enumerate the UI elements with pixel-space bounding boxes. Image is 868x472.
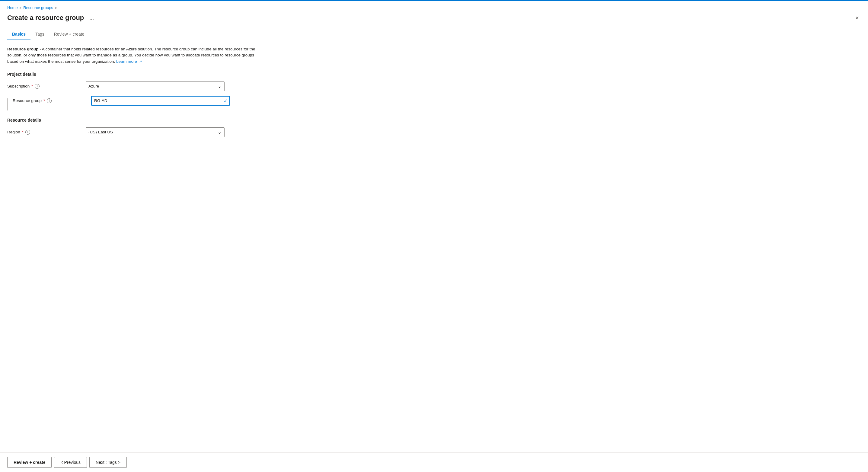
breadcrumb: Home > Resource groups > (0, 1, 868, 12)
breadcrumb-home[interactable]: Home (7, 5, 18, 10)
region-label: Region (7, 130, 20, 134)
project-details-title: Project details (7, 72, 265, 77)
subscription-input-area: Azure (86, 82, 224, 91)
resource-group-label: Resource group (13, 98, 42, 103)
page-title: Create a resource group (7, 14, 84, 22)
resource-group-required: * (43, 98, 45, 103)
resource-group-input[interactable] (91, 96, 230, 106)
ellipsis-button[interactable]: ... (88, 13, 96, 22)
region-field: Region * i (US) East US(US) West US(US) … (7, 127, 265, 137)
subscription-label-area: Subscription * i (7, 84, 86, 89)
footer: Review + create < Previous Next : Tags > (0, 452, 868, 472)
resource-group-input-wrapper: ✓ (91, 96, 230, 106)
region-required: * (22, 130, 24, 134)
region-label-area: Region * i (7, 130, 86, 135)
page-header: Create a resource group ... × (0, 12, 868, 29)
close-button[interactable]: × (854, 13, 861, 23)
project-details-section: Project details Subscription * i Azure R… (7, 72, 265, 111)
tab-tags[interactable]: Tags (30, 29, 49, 40)
region-select[interactable]: (US) East US(US) West US(US) West US 2(E… (86, 127, 224, 137)
resource-group-label-area: Resource group * i (13, 98, 91, 103)
main-content: Resource group - A container that holds … (0, 46, 272, 137)
previous-button[interactable]: < Previous (54, 457, 87, 468)
description-text: Resource group - A container that holds … (7, 46, 265, 65)
breadcrumb-resource-groups[interactable]: Resource groups (23, 5, 53, 10)
subscription-select-wrapper: Azure (86, 82, 224, 91)
learn-more-text: Learn more (116, 59, 137, 64)
subscription-label: Subscription (7, 84, 30, 88)
breadcrumb-sep-2: > (55, 6, 57, 10)
learn-more-link[interactable]: Learn more ↗ (116, 59, 142, 64)
breadcrumb-sep-1: > (20, 6, 22, 10)
region-select-wrapper: (US) East US(US) West US(US) West US 2(E… (86, 127, 224, 137)
next-tags-button[interactable]: Next : Tags > (89, 457, 127, 468)
subscription-required: * (31, 84, 33, 88)
resource-group-input-area: ✓ (91, 96, 230, 106)
description-bold: Resource group (7, 47, 39, 51)
resource-details-title: Resource details (7, 118, 265, 123)
subscription-info-icon[interactable]: i (35, 84, 39, 89)
resource-group-container: Resource group * i ✓ (7, 96, 265, 111)
resource-details-section: Resource details Region * i (US) East US… (7, 118, 265, 137)
subscription-field: Subscription * i Azure (7, 82, 265, 91)
region-input-area: (US) East US(US) West US(US) West US 2(E… (86, 127, 224, 137)
resource-group-info-icon[interactable]: i (47, 98, 52, 103)
tab-review-create[interactable]: Review + create (49, 29, 89, 40)
indent-line (7, 98, 8, 111)
region-info-icon[interactable]: i (25, 130, 30, 135)
review-create-button[interactable]: Review + create (7, 457, 52, 468)
resource-group-field: Resource group * i ✓ (13, 96, 265, 106)
tab-basics[interactable]: Basics (7, 29, 30, 40)
subscription-select[interactable]: Azure (86, 82, 224, 91)
page-title-area: Create a resource group ... (7, 13, 96, 22)
external-link-icon: ↗ (139, 59, 142, 64)
tabs-container: Basics Tags Review + create (0, 29, 868, 40)
